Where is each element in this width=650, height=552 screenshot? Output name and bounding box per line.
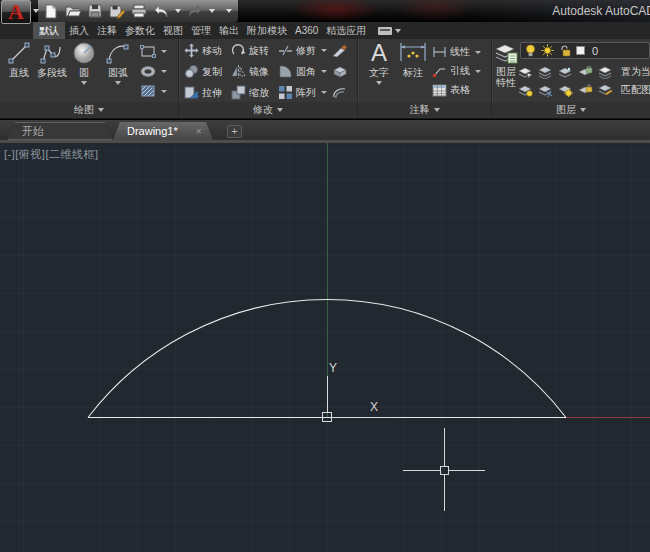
titlebar-artwork [395,0,475,22]
leader-dropdown-icon[interactable] [475,70,481,73]
ribbon-tab-output[interactable]: 输出 [215,22,243,39]
erase-button[interactable] [331,43,348,58]
save-icon[interactable] [86,2,104,20]
layer-walk-icon[interactable] [538,66,553,79]
ucs-icon: Y X [323,361,399,422]
dimension-button[interactable]: 标注 [396,41,430,78]
title-bar: A Autodesk AutoCAD [0,0,650,22]
layer-properties-button[interactable]: 图层 特性 [494,41,518,88]
file-tab-start[interactable]: 开始 [8,122,112,140]
text-button[interactable]: A 文字 [364,40,394,85]
trim-dropdown-icon[interactable] [321,49,327,52]
hatch-button[interactable] [140,84,167,98]
line-button[interactable]: 直线 [3,41,35,78]
ribbon-minimize-button[interactable] [378,22,401,39]
layer-unlock2-icon[interactable] [578,84,593,97]
move-button[interactable]: 移动 [184,43,222,58]
array-button[interactable]: 阵列 [278,85,327,100]
copy-icon [184,64,199,79]
undo-icon[interactable] [152,2,170,20]
text-icon: A [366,40,392,65]
polyline-button[interactable]: 多段线 [34,41,70,78]
hatch-icon [140,84,156,98]
x-axis-label: X [370,400,378,414]
ribbon-tab-home[interactable]: 默认 [33,22,65,39]
ellipse-button[interactable] [140,65,167,78]
layer-freeze2-icon[interactable] [558,84,573,97]
arc-button[interactable]: 圆弧 [102,41,134,85]
copy-button[interactable]: 复制 [184,64,222,79]
offset-button[interactable] [331,85,348,100]
drawing-canvas[interactable]: Y X [-][俯视][二维线框] [0,143,650,552]
layer-freeze-icon[interactable] [558,66,573,79]
plot-icon[interactable] [130,2,148,20]
ribbon-tab-parametric[interactable]: 参数化 [121,22,159,39]
app-menu-button[interactable]: A [1,0,31,24]
layer-on-bulb-icon [525,44,536,57]
quick-access-toolbar [38,0,238,22]
current-layer-name: 0 [592,45,598,57]
arc-icon [105,41,131,65]
rectangle-button[interactable] [140,45,167,58]
layer-isolate-icon[interactable] [518,84,533,97]
new-file-icon[interactable] [42,2,60,20]
ribbon-tab-featured-apps[interactable]: 精选应用 [322,22,370,39]
text-dropdown-icon[interactable] [376,81,382,85]
redo-dropdown-icon[interactable] [209,9,215,13]
layer-unisolate-icon[interactable] [538,84,553,97]
window-title: Autodesk AutoCAD [552,4,650,18]
save-as-icon[interactable] [108,2,126,20]
layer-lock-icon[interactable] [578,66,593,79]
new-tab-button[interactable]: + [227,125,242,138]
layer-dropdown[interactable]: 0 [520,42,650,59]
ribbon-tab-addins[interactable]: 附加模块 [243,22,291,39]
draw-panel-expand-icon [98,108,104,112]
set-current-layer-icon[interactable] [518,66,533,79]
layer-tools-row2: 匹配图层 [518,83,650,97]
viewport-controls[interactable]: [-][俯视][二维线框] [4,147,99,162]
hatch-dropdown-icon [161,90,167,93]
ribbon-tab-a360[interactable]: A360 [291,22,322,39]
layers-panel-label[interactable]: 图层 [492,102,650,118]
array-dropdown-icon[interactable] [321,91,327,94]
modify-panel: 移动 旋转 修剪 [179,39,357,118]
undo-dropdown-icon[interactable] [175,9,181,13]
ribbon-tab-view[interactable]: 视图 [159,22,187,39]
rotate-button[interactable]: 旋转 [231,43,269,58]
ribbon-tab-annotate[interactable]: 注释 [93,22,121,39]
qat-customize-icon[interactable] [226,9,232,13]
fillet-button[interactable]: 圆角 [278,64,327,79]
annotation-panel-label[interactable]: 注释 [358,102,491,118]
circle-dropdown-icon[interactable] [81,81,87,85]
app-menu-caret-icon[interactable] [33,9,39,13]
modify-panel-label[interactable]: 修改 [179,102,357,118]
ellipse-dropdown-icon [161,70,167,73]
modify-panel-expand-icon [277,108,283,112]
scale-button[interactable]: 缩放 [231,85,269,100]
layer-states-icon[interactable] [598,66,613,79]
stretch-button[interactable]: 拉伸 [184,85,222,100]
ribbon-tab-manage[interactable]: 管理 [187,22,215,39]
titlebar-artwork [290,0,380,22]
arc-dropdown-icon[interactable] [115,81,121,85]
move-icon [184,43,199,58]
layers-panel: 图层 特性 0 [492,39,650,118]
draw-panel-label[interactable]: 绘图 [0,102,178,118]
linear-dropdown-icon[interactable] [475,51,481,54]
linear-dim-button[interactable]: 线性 [432,45,481,59]
match-layer-icon[interactable] [598,84,613,97]
trim-button[interactable]: 修剪 [278,43,327,58]
mirror-button[interactable]: 镜像 [231,64,269,79]
close-tab-icon[interactable]: × [196,126,202,137]
redo-icon[interactable] [186,2,204,20]
leader-button[interactable]: 引线 [432,64,481,78]
ribbon-tab-insert[interactable]: 插入 [65,22,93,39]
file-tab-drawing1[interactable]: Drawing1* × [113,122,213,140]
explode-button[interactable] [331,64,348,79]
circle-button[interactable]: 圆 [70,41,98,85]
table-button[interactable]: 表格 [432,83,470,97]
y-axis-label: Y [329,361,337,375]
fillet-dropdown-icon[interactable] [321,70,327,73]
ribbon-minimize-caret-icon [395,29,401,33]
open-file-icon[interactable] [64,2,82,20]
